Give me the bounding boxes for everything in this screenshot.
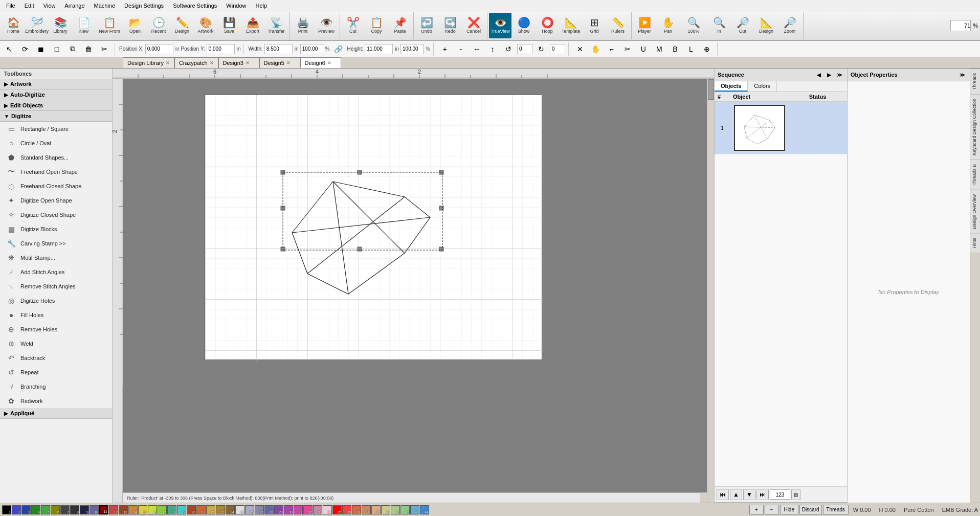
color-swatch-19[interactable]: 19 [177, 505, 186, 514]
width-pct-input[interactable] [300, 44, 323, 54]
open-button[interactable]: 📂 Open [124, 13, 146, 38]
vtab-hints[interactable]: Hints [970, 233, 980, 253]
motif-button[interactable]: M [652, 42, 666, 56]
color-swatch-44[interactable]: 44 [420, 505, 429, 514]
color-swatch-15[interactable]: 15 [138, 505, 147, 514]
zoom-zoom-button[interactable]: 🔎 Zoom [778, 13, 801, 38]
tab-design3-close[interactable]: ✕ [246, 60, 250, 65]
tool-weld[interactable]: ⊕ Weld [0, 336, 112, 351]
export-button[interactable]: 📤 Export [241, 13, 264, 38]
redo-button[interactable]: ↪️ Redo [439, 13, 461, 38]
tool-digitize-holes[interactable]: ◎ Digitize Holes [0, 294, 112, 308]
tab-design-library[interactable]: Design Library ✕ [123, 57, 174, 68]
duplicate-button[interactable]: ⧉ [65, 42, 80, 56]
tool-circle[interactable]: ○ Circle / Oval [0, 136, 112, 150]
copy-button[interactable]: 📋 Copy [365, 13, 388, 38]
undo-button[interactable]: ↩️ Undo [415, 13, 438, 38]
color-swatch-40[interactable]: 40 [381, 505, 390, 514]
new-button[interactable]: 📄 New [73, 13, 95, 38]
cancel-button[interactable]: ❌ Cancel [462, 13, 485, 38]
seq-row-1[interactable]: 1 [715, 102, 847, 154]
border-button[interactable]: B [668, 42, 682, 56]
tool-redwork[interactable]: ✿ Redwork [0, 394, 112, 408]
tab-design3[interactable]: Design3 ✕ [218, 57, 259, 68]
tool-digitize-open[interactable]: ✦ Digitize Open Shape [0, 193, 112, 208]
seq-nav-first[interactable]: ⏮ [717, 489, 729, 500]
color-swatch-4[interactable]: 4 [31, 505, 40, 514]
pan-button[interactable]: ✋ Pan [657, 13, 679, 38]
tab-design6-close[interactable]: ✕ [327, 60, 331, 65]
color-swatch-23[interactable]: 23 [216, 505, 225, 514]
tool-remove-holes[interactable]: ⊖ Remove Holes [0, 322, 112, 336]
vtab-threads[interactable]: Threads [970, 69, 980, 94]
color-swatch-5[interactable]: 5 [41, 505, 50, 514]
vtab-keyboard[interactable]: Keyboard Design Collection [970, 94, 980, 160]
color-swatch-10[interactable]: 10 [90, 505, 99, 514]
tab-crazypatch[interactable]: Crazypatch ✕ [174, 57, 218, 68]
template-button[interactable]: 📐 Template [560, 13, 582, 38]
right15-button[interactable]: ↻ [534, 42, 548, 56]
tool-motif-stamp[interactable]: ❋ Motif Stamp... [0, 251, 112, 265]
remove-color-button[interactable]: − [765, 505, 779, 515]
new-from-button[interactable]: 📋 New From [96, 13, 123, 38]
preview-button[interactable]: 👁️ Preview [315, 13, 338, 38]
threads-button[interactable]: Threads [823, 505, 849, 515]
color-swatch-39[interactable]: 39 [371, 505, 381, 514]
tool-repeat[interactable]: ↺ Repeat [0, 365, 112, 379]
section-digitize[interactable]: ▼ Digitize [0, 111, 112, 122]
save-button[interactable]: 💾 Save [218, 13, 240, 38]
color-swatch-22[interactable]: 22 [206, 505, 215, 514]
tool-backtrack[interactable]: ↶ Backtrack [0, 351, 112, 365]
position-y-input[interactable] [207, 44, 235, 54]
trueview-button[interactable]: 👁️ TrueView [489, 13, 511, 38]
h-scrollbar[interactable] [700, 492, 707, 503]
trim-button[interactable]: ✂ [620, 42, 635, 56]
hand-button[interactable]: ✋ [589, 42, 603, 56]
tab-design5-close[interactable]: ✕ [286, 60, 291, 65]
menu-view[interactable]: View [39, 2, 60, 10]
recent-button[interactable]: 🕒 Recent [147, 13, 170, 38]
outline-button[interactable]: □ [50, 42, 64, 56]
v-scrollbar-thumb[interactable] [708, 79, 714, 100]
menu-arrange[interactable]: Arrange [60, 2, 88, 10]
clip-button[interactable]: ✂ [97, 42, 112, 56]
hoop-button[interactable]: ⭕ Hoop [536, 13, 559, 38]
color-swatch-27[interactable]: 27 [255, 505, 264, 514]
color-swatch-24[interactable]: 24 [226, 505, 235, 514]
seq-nav-prev2[interactable]: ▼ [743, 489, 755, 500]
close-button[interactable]: ✕ [573, 42, 587, 56]
menu-help[interactable]: Help [251, 2, 271, 10]
tool-standard-shapes[interactable]: ⬟ Standard Shapes... [0, 150, 112, 165]
color-swatch-32[interactable]: 32 [303, 505, 313, 514]
menu-design-settings[interactable]: Design Settings [120, 2, 168, 10]
zoom-design-button[interactable]: 📐 Design [755, 13, 777, 38]
rulers-button[interactable]: 📏 Rulers [607, 13, 629, 38]
tool-add-stitch-angles[interactable]: ⟋ Add Stitch Angles [0, 265, 112, 279]
color-swatch-29[interactable]: 29 [274, 505, 283, 514]
color-swatch-35[interactable]: 35 [332, 505, 342, 514]
color-swatch-12[interactable]: 12 [109, 505, 118, 514]
color-swatch-6[interactable]: 6 [51, 505, 60, 514]
tool-fill-holes[interactable]: ● Fill Holes [0, 308, 112, 322]
tool-digitize-blocks[interactable]: ▦ Digitize Blocks [0, 222, 112, 236]
left15-button[interactable]: ↺ [501, 42, 516, 56]
discard-color-button[interactable]: Discard [799, 505, 822, 515]
zoom-in-button[interactable]: 🔍 In [708, 13, 730, 38]
color-swatch-20[interactable]: 20 [187, 505, 196, 514]
section-edit-objects[interactable]: ▶ Edit Objects [0, 100, 112, 111]
tab-crazypatch-close[interactable]: ✕ [210, 60, 214, 65]
seq-tab-objects[interactable]: Objects [715, 81, 748, 92]
color-swatch-28[interactable]: 28 [264, 505, 274, 514]
seq-next-button[interactable]: ▶ [825, 70, 834, 79]
size-link-button[interactable]: 🔗 [331, 42, 346, 56]
angle2-input[interactable] [550, 44, 565, 54]
zoom-pct-button[interactable]: 🔍 100% [680, 13, 707, 38]
color-swatch-30[interactable]: 30 [284, 505, 293, 514]
menu-file[interactable]: File [2, 2, 19, 10]
add-color-button[interactable]: + [749, 505, 764, 515]
paste-button[interactable]: 📌 Paste [389, 13, 411, 38]
tool-remove-stitch-angles[interactable]: ⟍ Remove Stitch Angles [0, 279, 112, 294]
home-button[interactable]: 🏠 Home [2, 13, 25, 38]
position-x-input[interactable] [145, 44, 173, 54]
seq-page-input[interactable] [770, 489, 790, 500]
